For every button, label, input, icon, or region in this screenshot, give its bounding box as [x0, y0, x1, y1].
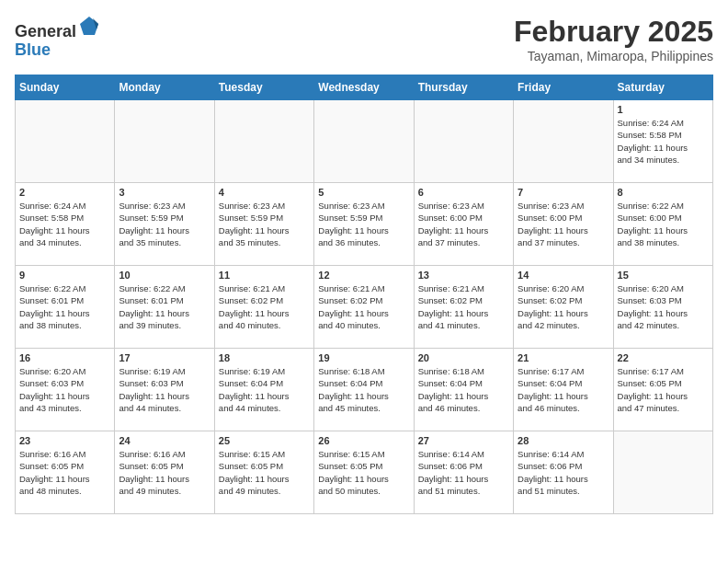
day-info: Sunrise: 6:16 AM Sunset: 6:05 PM Dayligh… [19, 448, 110, 497]
calendar-cell: 18Sunrise: 6:19 AM Sunset: 6:04 PM Dayli… [214, 349, 313, 431]
calendar-cell: 26Sunrise: 6:15 AM Sunset: 6:05 PM Dayli… [314, 431, 414, 514]
weekday-header-monday: Monday [115, 75, 214, 100]
day-number: 1 [618, 104, 709, 115]
day-number: 24 [119, 435, 210, 446]
calendar-cell [214, 100, 313, 183]
calendar-week-row: 9Sunrise: 6:22 AM Sunset: 6:01 PM Daylig… [16, 266, 713, 349]
day-number: 4 [219, 187, 310, 198]
calendar-cell: 7Sunrise: 6:23 AM Sunset: 6:00 PM Daylig… [514, 183, 613, 266]
day-info: Sunrise: 6:17 AM Sunset: 6:04 PM Dayligh… [518, 365, 609, 414]
calendar-cell: 13Sunrise: 6:21 AM Sunset: 6:02 PM Dayli… [414, 266, 513, 349]
day-number: 14 [518, 270, 609, 281]
day-info: Sunrise: 6:19 AM Sunset: 6:03 PM Dayligh… [119, 365, 210, 414]
calendar-cell: 23Sunrise: 6:16 AM Sunset: 6:05 PM Dayli… [16, 431, 115, 514]
day-number: 6 [418, 187, 509, 198]
calendar-cell: 28Sunrise: 6:14 AM Sunset: 6:06 PM Dayli… [514, 431, 613, 514]
logo-blue-text: Blue [15, 40, 51, 59]
calendar-cell: 5Sunrise: 6:23 AM Sunset: 5:59 PM Daylig… [314, 183, 414, 266]
day-number: 27 [418, 435, 509, 446]
day-number: 8 [618, 187, 709, 198]
day-info: Sunrise: 6:19 AM Sunset: 6:04 PM Dayligh… [219, 365, 310, 414]
title-block: February 2025 Tayaman, Mimaropa, Philipp… [514, 15, 713, 63]
calendar-cell: 17Sunrise: 6:19 AM Sunset: 6:03 PM Dayli… [115, 349, 214, 431]
weekday-header-thursday: Thursday [414, 75, 513, 100]
calendar-cell: 1Sunrise: 6:24 AM Sunset: 5:58 PM Daylig… [613, 100, 712, 183]
day-info: Sunrise: 6:15 AM Sunset: 6:05 PM Dayligh… [318, 448, 409, 497]
day-info: Sunrise: 6:18 AM Sunset: 6:04 PM Dayligh… [418, 365, 509, 414]
calendar-cell: 8Sunrise: 6:22 AM Sunset: 6:00 PM Daylig… [613, 183, 712, 266]
weekday-header-wednesday: Wednesday [314, 75, 414, 100]
day-info: Sunrise: 6:23 AM Sunset: 5:59 PM Dayligh… [219, 200, 310, 248]
calendar-cell: 25Sunrise: 6:15 AM Sunset: 6:05 PM Dayli… [214, 431, 313, 514]
page-header: General Blue February 2025 Tayaman, Mima… [15, 15, 713, 63]
day-info: Sunrise: 6:20 AM Sunset: 6:02 PM Dayligh… [518, 282, 609, 331]
day-number: 13 [418, 270, 509, 281]
day-number: 19 [318, 352, 409, 363]
day-info: Sunrise: 6:20 AM Sunset: 6:03 PM Dayligh… [19, 365, 110, 414]
calendar-week-row: 23Sunrise: 6:16 AM Sunset: 6:05 PM Dayli… [16, 431, 713, 514]
logo: General Blue [15, 15, 100, 60]
calendar-cell [613, 431, 712, 514]
calendar-cell [414, 100, 513, 183]
calendar-cell: 27Sunrise: 6:14 AM Sunset: 6:06 PM Dayli… [414, 431, 513, 514]
calendar-cell: 15Sunrise: 6:20 AM Sunset: 6:03 PM Dayli… [613, 266, 712, 349]
calendar-cell: 20Sunrise: 6:18 AM Sunset: 6:04 PM Dayli… [414, 349, 513, 431]
day-info: Sunrise: 6:21 AM Sunset: 6:02 PM Dayligh… [418, 282, 509, 331]
day-number: 5 [318, 187, 409, 198]
day-info: Sunrise: 6:23 AM Sunset: 5:59 PM Dayligh… [119, 200, 210, 248]
day-number: 16 [19, 352, 110, 363]
day-number: 23 [19, 435, 110, 446]
day-number: 12 [318, 270, 409, 281]
calendar-cell: 22Sunrise: 6:17 AM Sunset: 6:05 PM Dayli… [613, 349, 712, 431]
calendar-cell: 2Sunrise: 6:24 AM Sunset: 5:58 PM Daylig… [16, 183, 115, 266]
weekday-header-sunday: Sunday [16, 75, 115, 100]
calendar-cell [16, 100, 115, 183]
weekday-header-saturday: Saturday [613, 75, 712, 100]
calendar-week-row: 1Sunrise: 6:24 AM Sunset: 5:58 PM Daylig… [16, 100, 713, 183]
day-info: Sunrise: 6:21 AM Sunset: 6:02 PM Dayligh… [219, 282, 310, 331]
day-number: 28 [518, 435, 609, 446]
day-number: 9 [19, 270, 110, 281]
logo-icon [78, 15, 100, 37]
calendar-cell: 16Sunrise: 6:20 AM Sunset: 6:03 PM Dayli… [16, 349, 115, 431]
day-info: Sunrise: 6:23 AM Sunset: 6:00 PM Dayligh… [418, 200, 509, 248]
day-info: Sunrise: 6:24 AM Sunset: 5:58 PM Dayligh… [618, 117, 709, 166]
calendar-cell: 10Sunrise: 6:22 AM Sunset: 6:01 PM Dayli… [115, 266, 214, 349]
calendar-cell: 9Sunrise: 6:22 AM Sunset: 6:01 PM Daylig… [16, 266, 115, 349]
calendar-title: February 2025 [514, 15, 713, 49]
weekday-header-tuesday: Tuesday [214, 75, 313, 100]
day-info: Sunrise: 6:23 AM Sunset: 6:00 PM Dayligh… [518, 200, 609, 248]
weekday-header-row: SundayMondayTuesdayWednesdayThursdayFrid… [16, 75, 713, 100]
day-info: Sunrise: 6:20 AM Sunset: 6:03 PM Dayligh… [618, 282, 709, 331]
day-info: Sunrise: 6:17 AM Sunset: 6:05 PM Dayligh… [618, 365, 709, 414]
calendar-cell: 24Sunrise: 6:16 AM Sunset: 6:05 PM Dayli… [115, 431, 214, 514]
weekday-header-friday: Friday [514, 75, 613, 100]
day-info: Sunrise: 6:14 AM Sunset: 6:06 PM Dayligh… [518, 448, 609, 497]
logo-general-text: General [15, 22, 76, 40]
day-number: 20 [418, 352, 509, 363]
day-info: Sunrise: 6:22 AM Sunset: 6:01 PM Dayligh… [19, 282, 110, 331]
day-number: 11 [219, 270, 310, 281]
calendar-subtitle: Tayaman, Mimaropa, Philippines [514, 49, 713, 63]
calendar-table: SundayMondayTuesdayWednesdayThursdayFrid… [15, 75, 713, 514]
day-info: Sunrise: 6:21 AM Sunset: 6:02 PM Dayligh… [318, 282, 409, 331]
calendar-week-row: 16Sunrise: 6:20 AM Sunset: 6:03 PM Dayli… [16, 349, 713, 431]
day-number: 2 [19, 187, 110, 198]
calendar-cell: 12Sunrise: 6:21 AM Sunset: 6:02 PM Dayli… [314, 266, 414, 349]
calendar-week-row: 2Sunrise: 6:24 AM Sunset: 5:58 PM Daylig… [16, 183, 713, 266]
day-info: Sunrise: 6:22 AM Sunset: 6:00 PM Dayligh… [618, 200, 709, 248]
calendar-cell: 11Sunrise: 6:21 AM Sunset: 6:02 PM Dayli… [214, 266, 313, 349]
day-info: Sunrise: 6:22 AM Sunset: 6:01 PM Dayligh… [119, 282, 210, 331]
day-number: 26 [318, 435, 409, 446]
day-info: Sunrise: 6:24 AM Sunset: 5:58 PM Dayligh… [19, 200, 110, 248]
day-info: Sunrise: 6:18 AM Sunset: 6:04 PM Dayligh… [318, 365, 409, 414]
day-number: 22 [618, 352, 709, 363]
day-number: 17 [119, 352, 210, 363]
day-number: 18 [219, 352, 310, 363]
day-info: Sunrise: 6:23 AM Sunset: 5:59 PM Dayligh… [318, 200, 409, 248]
day-number: 7 [518, 187, 609, 198]
calendar-cell [514, 100, 613, 183]
calendar-cell [115, 100, 214, 183]
calendar-cell: 6Sunrise: 6:23 AM Sunset: 6:00 PM Daylig… [414, 183, 513, 266]
day-number: 15 [618, 270, 709, 281]
